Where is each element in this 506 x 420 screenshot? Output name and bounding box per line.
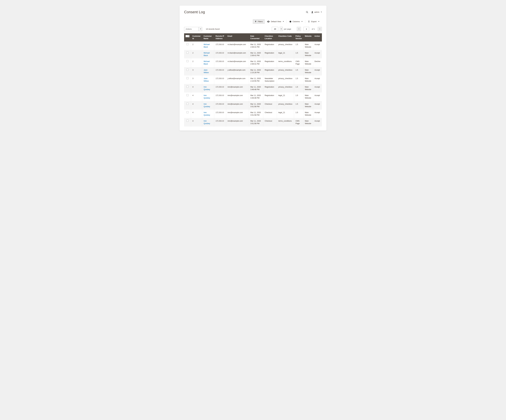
- page-header: Consent Log admin: [184, 10, 322, 14]
- cell-action: Accept: [313, 84, 322, 93]
- cell-website: Main Website: [303, 59, 313, 67]
- cell-policy-version: 1.5: [294, 75, 303, 84]
- chevron-down-icon: [318, 21, 319, 22]
- cell-policy-version: CMS Page: [294, 118, 303, 127]
- table-row[interactable]: 2Michael Black172.30.0.0m.black@example.…: [184, 41, 322, 50]
- cell-date: Mar 11, 2020 3:51:58 PM: [249, 110, 263, 118]
- cell-remote-ip: 172.30.0.0: [214, 59, 226, 67]
- col-header-checkbox-location[interactable]: Checkbox Location: [263, 33, 277, 41]
- cell-policy-version: 1.5: [294, 41, 303, 50]
- columns-button[interactable]: Columns: [286, 20, 305, 23]
- col-header-customer-id[interactable]: Customer Id: [191, 33, 202, 41]
- col-header-customer-name[interactable]: Customer Name: [202, 33, 214, 41]
- gear-icon: [289, 20, 291, 23]
- next-page-button[interactable]: [318, 27, 322, 31]
- row-checkbox[interactable]: [186, 43, 188, 45]
- cell-customer-name: Jane Willow: [202, 75, 214, 84]
- export-label: Export: [311, 20, 317, 23]
- row-checkbox[interactable]: [186, 111, 188, 113]
- cell-checkbox-location: Registration: [263, 50, 277, 59]
- row-checkbox[interactable]: [186, 77, 188, 79]
- cell-website: Main Website: [303, 75, 313, 84]
- cell-action: Accept: [313, 101, 322, 110]
- customer-name-link[interactable]: Michael Black: [204, 52, 210, 56]
- table-row[interactable]: 4Iren Quisbey172.30.0.0iren@example.comM…: [184, 118, 322, 127]
- table-row[interactable]: 4Iren Quisbey172.30.0.0iren@example.comM…: [184, 110, 322, 118]
- col-header-remote-ip[interactable]: Remote IP Address: [214, 33, 226, 41]
- customer-name-link[interactable]: Iren Quisbey: [204, 112, 210, 116]
- table-row[interactable]: 3Jane Willow172.30.0.0j.willow@example.c…: [184, 67, 322, 75]
- table-row[interactable]: 4Iren Quisbey172.30.0.0iren@example.comM…: [184, 84, 322, 93]
- cell-action: Accept: [313, 41, 322, 50]
- chevron-right-icon: [319, 28, 320, 30]
- cell-checkbox-location: Checkout: [263, 110, 277, 118]
- cell-policy-version: 1.5: [294, 84, 303, 93]
- row-checkbox[interactable]: [186, 52, 188, 54]
- table-row[interactable]: 4Iren Quisbey172.30.0.0iren@example.comM…: [184, 93, 322, 101]
- cell-action: Accept: [313, 67, 322, 75]
- cell-date: Mar 11, 2020 2:08:41 PM: [249, 59, 263, 67]
- mass-actions-select[interactable]: Actions: [184, 27, 202, 31]
- prev-page-button[interactable]: [297, 27, 301, 31]
- customer-name-link[interactable]: Michael Black: [204, 60, 210, 65]
- per-page-toggle[interactable]: [280, 27, 283, 31]
- page-panel: Consent Log admin Filters Default View: [180, 6, 326, 130]
- filters-button[interactable]: Filters: [253, 19, 265, 24]
- chevron-left-icon: [298, 28, 300, 30]
- customer-name-link[interactable]: Iren Quisbey: [204, 120, 210, 125]
- default-view-button[interactable]: Default View: [265, 20, 286, 23]
- customer-name-link[interactable]: Jane Willow: [204, 69, 209, 73]
- table-row[interactable]: 2Michael Black172.30.0.0m.black@example.…: [184, 59, 322, 67]
- col-header-select[interactable]: [184, 33, 191, 41]
- page-number-input[interactable]: [304, 27, 309, 31]
- table-row[interactable]: 4Iren Quisbey172.30.0.0iren@example.comM…: [184, 101, 322, 110]
- customer-name-link[interactable]: Michael Black: [204, 43, 210, 48]
- row-checkbox[interactable]: [186, 94, 188, 96]
- mass-actions-toggle[interactable]: [198, 27, 202, 31]
- col-header-website[interactable]: Website: [303, 33, 313, 41]
- mass-actions-label: Actions: [184, 27, 198, 31]
- customer-name-link[interactable]: Iren Quisbey: [204, 103, 210, 107]
- cell-customer-name: Jane Willow: [202, 67, 214, 75]
- row-checkbox[interactable]: [186, 86, 188, 88]
- cell-customer-name: Iren Quisbey: [202, 93, 214, 101]
- col-header-checkbox-code[interactable]: Checkbox Code: [277, 33, 294, 41]
- funnel-icon: [255, 21, 257, 23]
- cell-customer-id: 4: [191, 93, 202, 101]
- row-checkbox[interactable]: [186, 69, 188, 71]
- customer-name-link[interactable]: Iren Quisbey: [204, 94, 210, 99]
- per-page-input[interactable]: [272, 27, 278, 31]
- cell-email: m.black@example.com: [226, 50, 249, 59]
- row-checkbox[interactable]: [186, 60, 188, 62]
- cell-customer-name: Iren Quisbey: [202, 118, 214, 127]
- cell-email: iren@example.com: [226, 84, 249, 93]
- customer-name-link[interactable]: Jane Willow: [204, 78, 209, 82]
- cell-select: [184, 41, 191, 50]
- chevron-down-icon: [321, 12, 322, 13]
- chevron-down-icon: [200, 29, 201, 29]
- cell-remote-ip: 172.30.0.0: [214, 84, 226, 93]
- col-header-policy-version[interactable]: Policy Version: [294, 33, 303, 41]
- grid-controls: Actions 14 records found per page of 1: [184, 27, 322, 31]
- cell-checkbox-code: legal_21: [277, 110, 294, 118]
- cell-select: [184, 67, 191, 75]
- eye-icon: [267, 21, 270, 23]
- cell-customer-name: Iren Quisbey: [202, 101, 214, 110]
- customer-name-link[interactable]: Iren Quisbey: [204, 86, 210, 91]
- row-checkbox[interactable]: [186, 103, 188, 105]
- svg-point-0: [306, 11, 307, 13]
- search-icon[interactable]: [306, 11, 308, 13]
- table-row[interactable]: 2Michael Black172.30.0.0m.black@example.…: [184, 50, 322, 59]
- cell-website: Main Website: [303, 101, 313, 110]
- table-row[interactable]: 3Jane Willow172.30.0.0j.willow@example.c…: [184, 75, 322, 84]
- user-menu[interactable]: admin: [311, 11, 322, 13]
- col-header-action[interactable]: Action: [313, 33, 322, 41]
- export-button[interactable]: Export: [305, 20, 322, 23]
- col-header-date[interactable]: Date Consented: [249, 33, 263, 41]
- svg-line-1: [307, 13, 308, 13]
- row-checkbox[interactable]: [186, 120, 188, 122]
- col-header-email[interactable]: Email: [226, 33, 249, 41]
- cell-website: Main Website: [303, 84, 313, 93]
- export-icon: [308, 20, 310, 23]
- cell-remote-ip: 172.30.0.0: [214, 118, 226, 127]
